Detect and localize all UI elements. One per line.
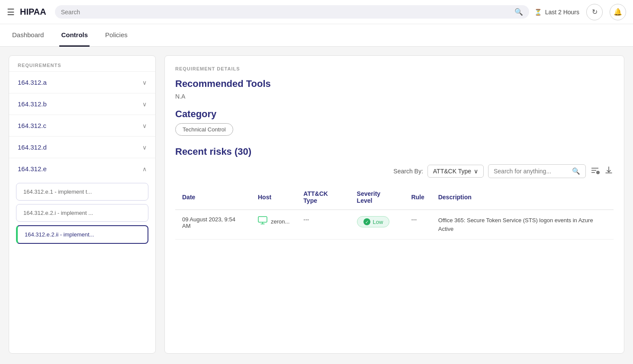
refresh-icon: ↻ — [592, 8, 598, 16]
download-icon[interactable] — [604, 166, 614, 177]
time-filter[interactable]: ⏳ Last 2 Hours — [534, 9, 579, 16]
main-tabs: Dashboard Controls Policies — [0, 24, 633, 47]
risks-search-icon: 🔍 — [572, 167, 580, 175]
col-rule: Rule — [404, 185, 431, 210]
sub-item-e1[interactable]: 164.312.e.1 - implement t... — [16, 183, 148, 201]
risks-search-box[interactable]: 🔍 — [488, 164, 586, 178]
tab-controls[interactable]: Controls — [59, 24, 90, 47]
risks-table: Date Host ATT&CK Type Severity Level Rul… — [175, 185, 614, 239]
timer-icon: ⏳ — [534, 9, 542, 16]
search-bar[interactable]: 🔍 — [55, 5, 529, 19]
risks-search-row: Search By: ATT&CK Type ∨ 🔍 — [175, 164, 614, 178]
search-by-label: Search By: — [393, 168, 423, 175]
dropdown-chevron-icon: ∨ — [474, 168, 478, 175]
row-date: 09 August 2023, 9:54 AM — [175, 210, 251, 239]
req-164312d-label: 164.312.d — [18, 144, 47, 151]
recommended-tools-heading: Recommended Tools — [175, 78, 614, 89]
chevron-down-icon: ∨ — [142, 79, 147, 86]
req-164312c[interactable]: 164.312.c ∨ — [9, 115, 155, 136]
col-description: Description — [431, 185, 614, 210]
check-circle-icon: ✓ — [363, 218, 370, 225]
row-host-name: zeron... — [271, 218, 289, 225]
chevron-down-icon: ∨ — [142, 101, 147, 108]
category-heading: Category — [175, 109, 614, 120]
row-severity: ✓ Low — [350, 210, 405, 239]
monitor-icon — [258, 216, 267, 227]
row-rule: --- — [404, 210, 431, 239]
bell-icon: 🔔 — [614, 8, 622, 16]
req-164312a[interactable]: 164.312.a ∨ — [9, 71, 155, 93]
category-tag: Technical Control — [175, 123, 233, 136]
search-input[interactable] — [61, 9, 511, 16]
row-attack-type: --- — [296, 210, 350, 239]
svg-rect-6 — [258, 217, 267, 222]
req-164312d[interactable]: 164.312.d ∨ — [9, 136, 155, 158]
sub-item-e2i[interactable]: 164.312.e.2.i - implement ... — [16, 204, 148, 222]
col-host: Host — [251, 185, 296, 210]
recommended-tools-value: N.A — [175, 93, 614, 100]
search-icon: 🔍 — [514, 8, 523, 16]
table-row[interactable]: 09 August 2023, 9:54 AM zeron... — [175, 210, 614, 239]
risks-search-input[interactable] — [494, 168, 569, 175]
req-164312e-label: 164.312.e — [18, 165, 47, 172]
notifications-button[interactable]: 🔔 — [610, 4, 626, 20]
chevron-down-icon: ∨ — [142, 144, 147, 151]
col-attack-type: ATT&CK Type — [296, 185, 350, 210]
attack-type-label: ATT&CK Type — [433, 168, 471, 175]
filter-add-icon[interactable] — [590, 166, 600, 177]
req-164312a-label: 164.312.a — [18, 79, 47, 86]
row-host: zeron... — [251, 210, 296, 239]
req-details-label: REQUIREMENT DETAILS — [175, 66, 614, 71]
brand-logo: HIPAA — [20, 7, 46, 17]
recent-risks-heading: Recent risks (30) — [175, 146, 614, 157]
time-filter-label: Last 2 Hours — [545, 9, 579, 16]
sub-item-e2ii[interactable]: 164.312.e.2.ii - implement... — [16, 225, 148, 244]
requirements-panel: REQUIREMENTS 164.312.a ∨ 164.312.b ∨ 164… — [9, 55, 156, 354]
requirement-details-panel: REQUIREMENT DETAILS Recommended Tools N.… — [164, 55, 624, 354]
req-164312b[interactable]: 164.312.b ∨ — [9, 93, 155, 115]
chevron-up-icon: ∧ — [142, 166, 147, 172]
req-164312c-label: 164.312.c — [18, 122, 46, 129]
tab-policies[interactable]: Policies — [103, 24, 129, 47]
severity-label: Low — [373, 219, 383, 225]
tab-dashboard[interactable]: Dashboard — [10, 24, 45, 47]
req-164312e[interactable]: 164.312.e ∧ — [9, 158, 155, 179]
attack-type-dropdown[interactable]: ATT&CK Type ∨ — [427, 165, 484, 178]
content-area: REQUIREMENTS 164.312.a ∨ 164.312.b ∨ 164… — [0, 47, 633, 362]
refresh-button[interactable]: ↻ — [586, 4, 603, 20]
chevron-down-icon: ∨ — [142, 122, 147, 129]
col-date: Date — [175, 185, 251, 210]
requirements-label: REQUIREMENTS — [9, 56, 155, 71]
topnav-right: ⏳ Last 2 Hours ↻ 🔔 — [534, 4, 626, 20]
row-description: Office 365: Secure Token Service (STS) l… — [431, 210, 614, 239]
menu-icon[interactable]: ☰ — [7, 7, 15, 17]
col-severity: Severity Level — [350, 185, 405, 210]
req-164312b-label: 164.312.b — [18, 100, 47, 108]
